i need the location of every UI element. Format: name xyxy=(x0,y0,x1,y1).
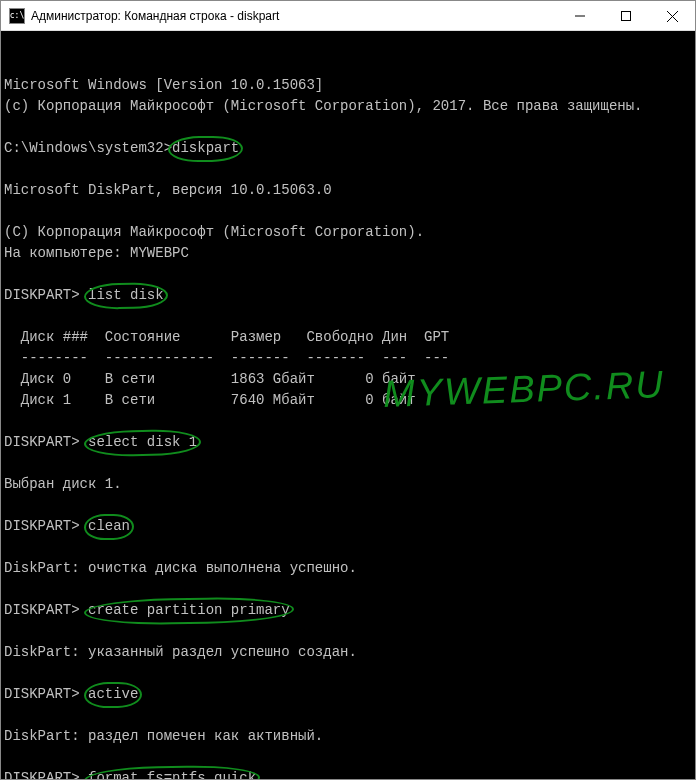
svg-rect-1 xyxy=(622,12,631,21)
terminal-line xyxy=(4,537,692,558)
terminal-line xyxy=(4,306,692,327)
terminal-line: DiskPart: раздел помечен как активный. xyxy=(4,726,692,747)
terminal-line xyxy=(4,411,692,432)
terminal-line: DiskPart: очистка диска выполнена успешн… xyxy=(4,558,692,579)
terminal-line: DISKPART> clean xyxy=(4,516,692,537)
terminal-line: На компьютере: MYWEBPC xyxy=(4,243,692,264)
command-text: clean xyxy=(88,516,130,537)
prompt-text: DISKPART> xyxy=(4,770,88,779)
terminal-line: DISKPART> format fs=ntfs quick xyxy=(4,768,692,779)
terminal-line xyxy=(4,621,692,642)
terminal-line: -------- ------------- ------- ------- -… xyxy=(4,348,692,369)
window-title: Администратор: Командная строка - diskpa… xyxy=(31,9,557,23)
terminal-line xyxy=(4,663,692,684)
command-text: active xyxy=(88,684,138,705)
maximize-button[interactable] xyxy=(603,1,649,31)
terminal-line xyxy=(4,117,692,138)
prompt-text: DISKPART> xyxy=(4,518,88,534)
terminal-line xyxy=(4,747,692,768)
terminal-line: DISKPART> active xyxy=(4,684,692,705)
command-text: list disk xyxy=(88,285,164,306)
terminal-line xyxy=(4,495,692,516)
terminal-line xyxy=(4,264,692,285)
terminal-line: Microsoft DiskPart, версия 10.0.15063.0 xyxy=(4,180,692,201)
terminal-line: (c) Корпорация Майкрософт (Microsoft Cor… xyxy=(4,96,692,117)
terminal-line: Выбран диск 1. xyxy=(4,474,692,495)
command-text: create partition primary xyxy=(88,600,290,621)
terminal-line xyxy=(4,453,692,474)
terminal-line: Диск 1 В сети 7640 Mбайт 0 байт xyxy=(4,390,692,411)
maximize-icon xyxy=(621,11,631,21)
prompt-text: C:\Windows\system32> xyxy=(4,140,172,156)
command-text: diskpart xyxy=(172,138,239,159)
command-text: select disk 1 xyxy=(88,432,197,453)
prompt-text: DISKPART> xyxy=(4,602,88,618)
titlebar[interactable]: c:\ Администратор: Командная строка - di… xyxy=(1,1,695,31)
cmd-icon-label: c:\ xyxy=(10,11,24,20)
terminal-output[interactable]: Microsoft Windows [Version 10.0.15063](c… xyxy=(1,31,695,779)
terminal-line: C:\Windows\system32>diskpart xyxy=(4,138,692,159)
command-prompt-window: c:\ Администратор: Командная строка - di… xyxy=(0,0,696,780)
prompt-text: DISKPART> xyxy=(4,434,88,450)
window-controls xyxy=(557,1,695,30)
cmd-icon: c:\ xyxy=(9,8,25,24)
command-text: format fs=ntfs quick xyxy=(88,768,256,779)
terminal-line: Диск 0 В сети 1863 Gбайт 0 байт xyxy=(4,369,692,390)
terminal-line xyxy=(4,705,692,726)
minimize-icon xyxy=(575,11,585,21)
terminal-line xyxy=(4,579,692,600)
terminal-line: (C) Корпорация Майкрософт (Microsoft Cor… xyxy=(4,222,692,243)
terminal-line: Microsoft Windows [Version 10.0.15063] xyxy=(4,75,692,96)
terminal-line xyxy=(4,159,692,180)
minimize-button[interactable] xyxy=(557,1,603,31)
terminal-line: DiskPart: указанный раздел успешно созда… xyxy=(4,642,692,663)
terminal-line: DISKPART> select disk 1 xyxy=(4,432,692,453)
prompt-text: DISKPART> xyxy=(4,686,88,702)
terminal-line: DISKPART> list disk xyxy=(4,285,692,306)
close-icon xyxy=(667,11,678,22)
close-button[interactable] xyxy=(649,1,695,31)
terminal-line xyxy=(4,201,692,222)
terminal-line: DISKPART> create partition primary xyxy=(4,600,692,621)
terminal-line: Диск ### Состояние Размер Свободно Дин G… xyxy=(4,327,692,348)
prompt-text: DISKPART> xyxy=(4,287,88,303)
